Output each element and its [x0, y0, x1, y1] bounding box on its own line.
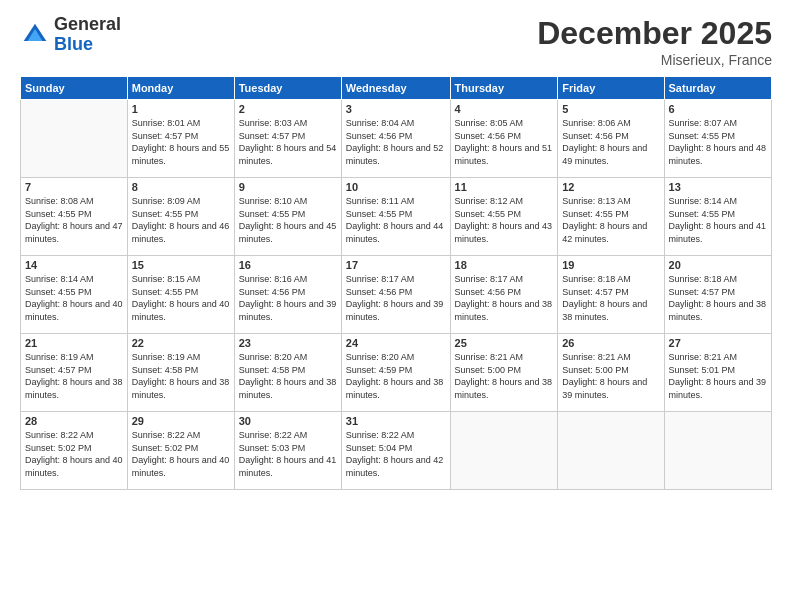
day-info: Sunrise: 8:21 AMSunset: 5:00 PMDaylight:… — [562, 351, 659, 401]
calendar-cell: 12Sunrise: 8:13 AMSunset: 4:55 PMDayligh… — [558, 178, 664, 256]
day-number: 19 — [562, 259, 659, 271]
day-info: Sunrise: 8:18 AMSunset: 4:57 PMDaylight:… — [669, 273, 767, 323]
day-info: Sunrise: 8:21 AMSunset: 5:01 PMDaylight:… — [669, 351, 767, 401]
month-title: December 2025 — [537, 15, 772, 52]
header-saturday: Saturday — [664, 77, 771, 100]
day-info: Sunrise: 8:03 AMSunset: 4:57 PMDaylight:… — [239, 117, 337, 167]
day-info: Sunrise: 8:22 AMSunset: 5:03 PMDaylight:… — [239, 429, 337, 479]
logo-text: General Blue — [54, 15, 121, 55]
calendar-cell: 9Sunrise: 8:10 AMSunset: 4:55 PMDaylight… — [234, 178, 341, 256]
day-number: 27 — [669, 337, 767, 349]
header-friday: Friday — [558, 77, 664, 100]
logo: General Blue — [20, 15, 121, 55]
day-number: 13 — [669, 181, 767, 193]
day-info: Sunrise: 8:07 AMSunset: 4:55 PMDaylight:… — [669, 117, 767, 167]
day-info: Sunrise: 8:09 AMSunset: 4:55 PMDaylight:… — [132, 195, 230, 245]
day-info: Sunrise: 8:17 AMSunset: 4:56 PMDaylight:… — [455, 273, 554, 323]
calendar-cell: 31Sunrise: 8:22 AMSunset: 5:04 PMDayligh… — [341, 412, 450, 490]
day-number: 8 — [132, 181, 230, 193]
calendar-cell: 27Sunrise: 8:21 AMSunset: 5:01 PMDayligh… — [664, 334, 771, 412]
header-wednesday: Wednesday — [341, 77, 450, 100]
day-number: 26 — [562, 337, 659, 349]
calendar-cell — [558, 412, 664, 490]
calendar-cell: 26Sunrise: 8:21 AMSunset: 5:00 PMDayligh… — [558, 334, 664, 412]
calendar-cell: 21Sunrise: 8:19 AMSunset: 4:57 PMDayligh… — [21, 334, 128, 412]
day-number: 21 — [25, 337, 123, 349]
day-number: 5 — [562, 103, 659, 115]
title-block: December 2025 Miserieux, France — [537, 15, 772, 68]
calendar-cell: 3Sunrise: 8:04 AMSunset: 4:56 PMDaylight… — [341, 100, 450, 178]
logo-line2: Blue — [54, 35, 121, 55]
day-info: Sunrise: 8:22 AMSunset: 5:02 PMDaylight:… — [25, 429, 123, 479]
day-number: 15 — [132, 259, 230, 271]
header-sunday: Sunday — [21, 77, 128, 100]
day-number: 10 — [346, 181, 446, 193]
day-number: 17 — [346, 259, 446, 271]
week-row-1: 7Sunrise: 8:08 AMSunset: 4:55 PMDaylight… — [21, 178, 772, 256]
day-info: Sunrise: 8:04 AMSunset: 4:56 PMDaylight:… — [346, 117, 446, 167]
calendar-cell: 24Sunrise: 8:20 AMSunset: 4:59 PMDayligh… — [341, 334, 450, 412]
day-number: 30 — [239, 415, 337, 427]
day-number: 25 — [455, 337, 554, 349]
day-number: 28 — [25, 415, 123, 427]
day-number: 20 — [669, 259, 767, 271]
day-number: 3 — [346, 103, 446, 115]
day-info: Sunrise: 8:14 AMSunset: 4:55 PMDaylight:… — [669, 195, 767, 245]
calendar-cell: 29Sunrise: 8:22 AMSunset: 5:02 PMDayligh… — [127, 412, 234, 490]
day-info: Sunrise: 8:12 AMSunset: 4:55 PMDaylight:… — [455, 195, 554, 245]
day-info: Sunrise: 8:18 AMSunset: 4:57 PMDaylight:… — [562, 273, 659, 323]
day-info: Sunrise: 8:01 AMSunset: 4:57 PMDaylight:… — [132, 117, 230, 167]
calendar-cell: 13Sunrise: 8:14 AMSunset: 4:55 PMDayligh… — [664, 178, 771, 256]
day-info: Sunrise: 8:20 AMSunset: 4:59 PMDaylight:… — [346, 351, 446, 401]
day-info: Sunrise: 8:10 AMSunset: 4:55 PMDaylight:… — [239, 195, 337, 245]
calendar-cell: 22Sunrise: 8:19 AMSunset: 4:58 PMDayligh… — [127, 334, 234, 412]
logo-line1: General — [54, 15, 121, 35]
week-row-4: 28Sunrise: 8:22 AMSunset: 5:02 PMDayligh… — [21, 412, 772, 490]
calendar-cell: 23Sunrise: 8:20 AMSunset: 4:58 PMDayligh… — [234, 334, 341, 412]
calendar-header-row: SundayMondayTuesdayWednesdayThursdayFrid… — [21, 77, 772, 100]
header-monday: Monday — [127, 77, 234, 100]
calendar-cell: 19Sunrise: 8:18 AMSunset: 4:57 PMDayligh… — [558, 256, 664, 334]
calendar-cell: 28Sunrise: 8:22 AMSunset: 5:02 PMDayligh… — [21, 412, 128, 490]
calendar-cell: 14Sunrise: 8:14 AMSunset: 4:55 PMDayligh… — [21, 256, 128, 334]
day-info: Sunrise: 8:17 AMSunset: 4:56 PMDaylight:… — [346, 273, 446, 323]
day-info: Sunrise: 8:19 AMSunset: 4:58 PMDaylight:… — [132, 351, 230, 401]
day-number: 4 — [455, 103, 554, 115]
day-info: Sunrise: 8:16 AMSunset: 4:56 PMDaylight:… — [239, 273, 337, 323]
day-info: Sunrise: 8:20 AMSunset: 4:58 PMDaylight:… — [239, 351, 337, 401]
calendar-cell: 18Sunrise: 8:17 AMSunset: 4:56 PMDayligh… — [450, 256, 558, 334]
day-info: Sunrise: 8:22 AMSunset: 5:02 PMDaylight:… — [132, 429, 230, 479]
day-info: Sunrise: 8:15 AMSunset: 4:55 PMDaylight:… — [132, 273, 230, 323]
calendar-table: SundayMondayTuesdayWednesdayThursdayFrid… — [20, 76, 772, 490]
day-number: 9 — [239, 181, 337, 193]
day-number: 11 — [455, 181, 554, 193]
calendar-cell: 17Sunrise: 8:17 AMSunset: 4:56 PMDayligh… — [341, 256, 450, 334]
calendar-cell: 15Sunrise: 8:15 AMSunset: 4:55 PMDayligh… — [127, 256, 234, 334]
day-number: 14 — [25, 259, 123, 271]
calendar-cell: 7Sunrise: 8:08 AMSunset: 4:55 PMDaylight… — [21, 178, 128, 256]
day-info: Sunrise: 8:06 AMSunset: 4:56 PMDaylight:… — [562, 117, 659, 167]
day-number: 29 — [132, 415, 230, 427]
calendar-cell — [664, 412, 771, 490]
week-row-2: 14Sunrise: 8:14 AMSunset: 4:55 PMDayligh… — [21, 256, 772, 334]
calendar-cell: 2Sunrise: 8:03 AMSunset: 4:57 PMDaylight… — [234, 100, 341, 178]
day-number: 1 — [132, 103, 230, 115]
day-number: 23 — [239, 337, 337, 349]
calendar-cell: 20Sunrise: 8:18 AMSunset: 4:57 PMDayligh… — [664, 256, 771, 334]
day-info: Sunrise: 8:22 AMSunset: 5:04 PMDaylight:… — [346, 429, 446, 479]
header-thursday: Thursday — [450, 77, 558, 100]
day-number: 22 — [132, 337, 230, 349]
day-info: Sunrise: 8:08 AMSunset: 4:55 PMDaylight:… — [25, 195, 123, 245]
calendar-cell: 5Sunrise: 8:06 AMSunset: 4:56 PMDaylight… — [558, 100, 664, 178]
day-number: 31 — [346, 415, 446, 427]
day-info: Sunrise: 8:14 AMSunset: 4:55 PMDaylight:… — [25, 273, 123, 323]
location: Miserieux, France — [537, 52, 772, 68]
day-number: 7 — [25, 181, 123, 193]
calendar-cell: 11Sunrise: 8:12 AMSunset: 4:55 PMDayligh… — [450, 178, 558, 256]
calendar-cell: 16Sunrise: 8:16 AMSunset: 4:56 PMDayligh… — [234, 256, 341, 334]
calendar-cell: 6Sunrise: 8:07 AMSunset: 4:55 PMDaylight… — [664, 100, 771, 178]
day-info: Sunrise: 8:11 AMSunset: 4:55 PMDaylight:… — [346, 195, 446, 245]
logo-icon — [20, 20, 50, 50]
day-number: 12 — [562, 181, 659, 193]
page: General Blue December 2025 Miserieux, Fr… — [0, 0, 792, 612]
